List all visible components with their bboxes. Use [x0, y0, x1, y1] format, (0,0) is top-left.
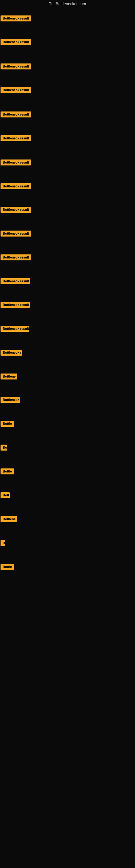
badge-row-3: Bottleneck result — [1, 63, 31, 70]
bottleneck-result-badge[interactable]: Bottle — [1, 564, 14, 570]
badge-row-1: Bottleneck result — [1, 16, 31, 23]
badge-row-23: B — [1, 540, 5, 547]
bottleneck-result-badge[interactable]: Bottleneck result — [1, 63, 31, 69]
badge-row-5: Bottleneck result — [1, 112, 31, 119]
bottleneck-result-badge[interactable]: Bottlene — [1, 516, 17, 522]
badge-row-4: Bottleneck result — [1, 87, 31, 94]
badge-row-7: Bottleneck result — [1, 159, 31, 166]
badge-row-15: Bottleneck r — [1, 350, 22, 357]
bottleneck-result-badge[interactable]: Bottleneck result — [1, 254, 31, 260]
bottleneck-result-badge[interactable]: Bottlene — [1, 373, 17, 379]
bottleneck-result-badge[interactable]: Bottle — [1, 468, 14, 474]
badge-row-13: Bottleneck result — [1, 302, 30, 309]
bottleneck-result-badge[interactable]: Bottleneck result — [1, 302, 30, 308]
badge-row-2: Bottleneck result — [1, 39, 31, 46]
badge-row-20: Bottle — [1, 468, 14, 475]
badge-row-22: Bottlene — [1, 516, 17, 523]
bottleneck-result-badge[interactable]: Bottleneck result — [1, 112, 31, 118]
badge-row-19: Bo — [1, 444, 7, 452]
bottleneck-result-badge[interactable]: B — [1, 540, 5, 546]
bottleneck-result-badge[interactable]: Bott — [1, 492, 10, 498]
badge-row-9: Bottleneck result — [1, 207, 31, 214]
bottleneck-result-badge[interactable]: Bottleneck result — [1, 183, 31, 189]
bottleneck-result-badge[interactable]: Bottleneck result — [1, 135, 31, 141]
bottleneck-result-badge[interactable]: Bottleneck — [1, 397, 20, 403]
badge-row-18: Bottle — [1, 421, 14, 428]
bottleneck-result-badge[interactable]: Bottleneck result — [1, 326, 29, 332]
bottleneck-result-badge[interactable]: Bottleneck result — [1, 207, 31, 213]
badge-row-8: Bottleneck result — [1, 183, 31, 190]
badge-row-16: Bottlene — [1, 373, 17, 380]
bottleneck-result-badge[interactable]: Bottleneck result — [1, 16, 31, 22]
bottleneck-result-badge[interactable]: Bottleneck r — [1, 350, 22, 355]
bottleneck-result-badge[interactable]: Bottleneck result — [1, 159, 31, 165]
bottleneck-result-badge[interactable]: Bottleneck result — [1, 39, 31, 45]
badge-row-24: Bottle — [1, 564, 14, 571]
bottleneck-result-badge[interactable]: Bo — [1, 444, 7, 451]
badge-row-21: Bott — [1, 492, 10, 499]
badge-row-6: Bottleneck result — [1, 135, 31, 143]
badge-row-12: Bottleneck result — [1, 278, 30, 285]
bottleneck-result-badge[interactable]: Bottleneck result — [1, 230, 31, 237]
bottleneck-result-badge[interactable]: Bottleneck result — [1, 87, 31, 93]
badge-row-14: Bottleneck result — [1, 326, 29, 333]
site-title: TheBottlenecker.com — [0, 0, 135, 8]
bottleneck-result-badge[interactable]: Bottleneck result — [1, 278, 30, 284]
badge-row-10: Bottleneck result — [1, 230, 31, 238]
badge-row-17: Bottleneck — [1, 397, 20, 404]
bottleneck-result-badge[interactable]: Bottle — [1, 421, 14, 427]
badge-row-11: Bottleneck result — [1, 254, 31, 261]
